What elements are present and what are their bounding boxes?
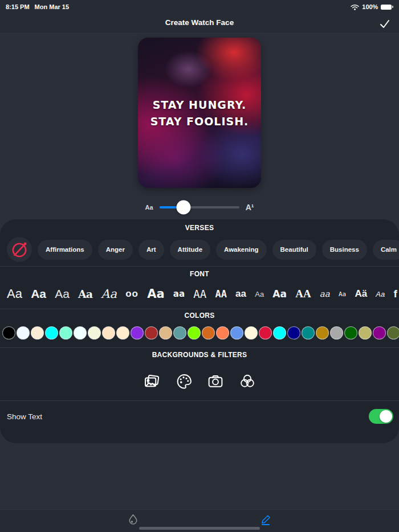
color-swatch-cyan[interactable] bbox=[273, 326, 286, 339]
color-swatch-black[interactable] bbox=[2, 326, 15, 339]
screen: 8:15 PM Mon Mar 15 100% Create Watch Fac… bbox=[0, 0, 399, 532]
verse-category-chip[interactable]: Business bbox=[322, 240, 367, 260]
watch-face-preview[interactable]: Stay Hungry. Stay Foolish. bbox=[138, 38, 261, 188]
color-swatch-blanchedalmond[interactable] bbox=[116, 326, 129, 339]
color-swatch-darkblue[interactable] bbox=[287, 326, 300, 339]
large-text-label: A¹ bbox=[246, 203, 254, 212]
filters-button[interactable] bbox=[239, 373, 256, 390]
font-option-blackletter[interactable]: Aa bbox=[78, 288, 92, 300]
photo-library-icon bbox=[143, 373, 160, 390]
verse-category-chip[interactable]: Awakening bbox=[216, 240, 267, 260]
color-swatch-darkmagenta[interactable] bbox=[373, 326, 386, 339]
tab-backgrounds[interactable] bbox=[116, 511, 150, 527]
font-option-light[interactable]: Aa bbox=[55, 287, 70, 301]
camera-icon bbox=[207, 373, 224, 390]
header: 8:15 PM Mon Mar 15 100% Create Watch Fac… bbox=[0, 0, 399, 34]
font-option-umlaut[interactable]: Aä bbox=[355, 288, 367, 300]
font-option-marker[interactable]: Aa bbox=[272, 288, 287, 300]
color-swatch-darkgray[interactable] bbox=[330, 326, 343, 339]
font-option-curly[interactable]: aa bbox=[320, 289, 330, 299]
font-option-smallheavy[interactable]: aa bbox=[173, 289, 185, 299]
font-option-roundlower[interactable]: aa bbox=[235, 288, 246, 300]
divider bbox=[0, 309, 399, 309]
show-text-toggle[interactable] bbox=[369, 409, 393, 424]
color-swatch-chocolate[interactable] bbox=[202, 326, 215, 339]
show-text-row: Show Text bbox=[0, 400, 399, 432]
font-option-block[interactable]: AA bbox=[215, 288, 226, 300]
color-options bbox=[0, 326, 399, 341]
checkmark-icon[interactable] bbox=[378, 18, 391, 30]
font-option-regular[interactable]: Aa bbox=[7, 287, 22, 301]
font-option-squareoutline[interactable]: AA bbox=[193, 288, 206, 300]
colors-header: COLORS bbox=[0, 312, 399, 320]
verse-category-chip[interactable]: Affirmations bbox=[38, 240, 92, 260]
no-verse-button[interactable] bbox=[7, 237, 32, 262]
color-swatch-chartreuse[interactable] bbox=[188, 326, 201, 339]
color-swatch-darkgreen[interactable] bbox=[344, 326, 357, 339]
verse-category-chip[interactable]: Anger bbox=[98, 240, 133, 260]
font-option-thinhand[interactable]: Aa bbox=[255, 290, 264, 298]
color-swatch-cadetblue[interactable] bbox=[173, 326, 186, 339]
font-option-script[interactable]: Aa bbox=[101, 287, 117, 301]
color-swatch-aquamarine[interactable] bbox=[59, 326, 72, 339]
font-option-smallscript[interactable]: Aa bbox=[376, 290, 385, 298]
camera-button[interactable] bbox=[207, 373, 224, 390]
color-swatch-aliceblue[interactable] bbox=[17, 326, 30, 339]
color-swatch-blueviolet[interactable] bbox=[131, 326, 144, 339]
color-swatch-darkcyan[interactable] bbox=[302, 326, 315, 339]
verse-categories: AffirmationsAngerArtAttitudeAwakeningBea… bbox=[0, 237, 399, 262]
font-option-decor[interactable]: AA bbox=[295, 288, 311, 300]
palette-icon bbox=[175, 373, 192, 390]
battery-percent: 100% bbox=[362, 3, 378, 10]
toggle-knob bbox=[380, 410, 392, 423]
filters-icon bbox=[239, 373, 256, 390]
font-options: AaAaAaAaAaooAaaaAAAAaaAaAaAAaaAaAäAaf bbox=[0, 282, 399, 306]
editor-panel: VERSES AffirmationsAngerArtAttitudeAwake… bbox=[0, 219, 399, 443]
color-palette-button[interactable] bbox=[175, 373, 192, 390]
background-tools bbox=[0, 369, 399, 394]
verse-category-chip[interactable]: Art bbox=[139, 240, 164, 260]
color-swatch-cornsilk[interactable] bbox=[245, 326, 258, 339]
slider-thumb[interactable] bbox=[176, 200, 190, 215]
verse-category-chip[interactable]: Calm bbox=[373, 240, 399, 260]
font-option-heavy[interactable]: Aa bbox=[147, 287, 164, 301]
show-text-label: Show Text bbox=[7, 412, 42, 421]
color-swatch-cornflowerblue[interactable] bbox=[230, 326, 243, 339]
color-swatch-crimson[interactable] bbox=[259, 326, 272, 339]
verses-header: VERSES bbox=[0, 224, 399, 232]
photo-library-button[interactable] bbox=[143, 373, 160, 390]
color-swatch-darkkhaki[interactable] bbox=[359, 326, 372, 339]
small-text-label: Aa bbox=[145, 204, 153, 211]
home-indicator[interactable] bbox=[139, 527, 260, 530]
font-option-bold[interactable]: Aa bbox=[31, 287, 46, 301]
nav-bar: Create Watch Face bbox=[0, 14, 399, 33]
tab-edit[interactable] bbox=[249, 511, 283, 527]
color-swatch-aqua[interactable] bbox=[45, 326, 58, 339]
color-swatch-bisque[interactable] bbox=[102, 326, 115, 339]
font-header: FONT bbox=[0, 270, 399, 278]
color-swatch-brown[interactable] bbox=[145, 326, 158, 339]
color-swatch-antiquewhite[interactable] bbox=[31, 326, 44, 339]
font-option-partial[interactable]: f bbox=[393, 288, 397, 300]
quote-text: Stay Hungry. Stay Foolish. bbox=[142, 97, 256, 130]
text-size-slider-row: Aa A¹ bbox=[0, 199, 399, 215]
divider bbox=[0, 347, 399, 348]
tab-bar bbox=[0, 509, 399, 532]
color-swatch-burlywood[interactable] bbox=[159, 326, 172, 339]
verse-category-chip[interactable]: Beautiful bbox=[272, 240, 316, 260]
divider bbox=[0, 266, 399, 267]
verse-category-chip[interactable]: Attitude bbox=[170, 240, 210, 260]
wifi-icon bbox=[351, 4, 359, 10]
color-swatch-beige[interactable] bbox=[88, 326, 101, 339]
status-bar: 8:15 PM Mon Mar 15 100% bbox=[0, 0, 399, 14]
font-option-bubble[interactable]: oo bbox=[125, 288, 139, 300]
color-swatch-darkolivegreen[interactable] bbox=[387, 326, 399, 339]
text-size-slider[interactable] bbox=[160, 206, 239, 208]
pencil-edit-icon bbox=[260, 513, 273, 526]
font-option-pixel[interactable]: Aa bbox=[339, 290, 346, 298]
color-swatch-azure[interactable] bbox=[74, 326, 87, 339]
backgrounds-filters-header: BACKGROUNDS & FILTERS bbox=[0, 351, 399, 359]
color-swatch-darkgoldenrod[interactable] bbox=[316, 326, 329, 339]
clock: 8:15 PM bbox=[6, 3, 30, 10]
color-swatch-coral[interactable] bbox=[216, 326, 229, 339]
